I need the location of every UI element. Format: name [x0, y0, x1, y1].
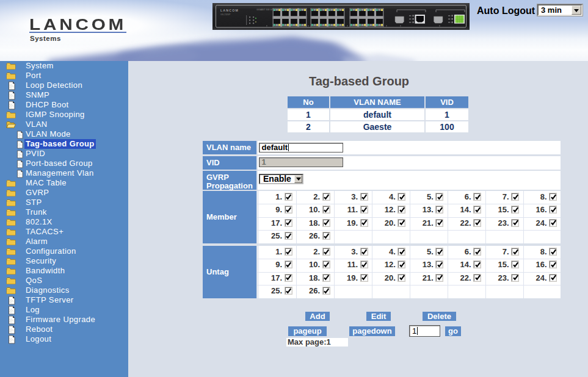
svg-text:GS-2326P: GS-2326P	[220, 13, 231, 16]
svg-text:LANCOM: LANCOM	[220, 9, 239, 12]
